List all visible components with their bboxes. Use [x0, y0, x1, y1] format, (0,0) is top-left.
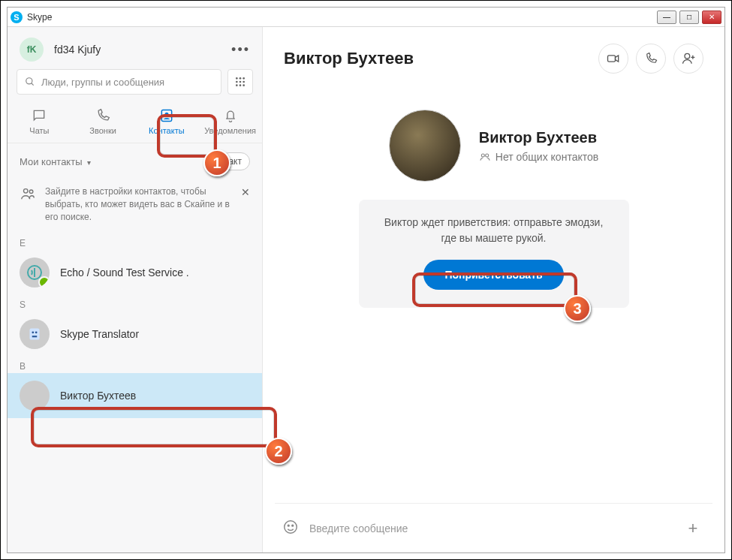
app-window: S Skype — □ ✕ fK fd34 Kjufy ••• Люди, гр…: [7, 7, 725, 553]
viktor-avatar: [20, 381, 50, 411]
tab-calls[interactable]: Звонки: [71, 102, 135, 143]
tab-chats[interactable]: Чаты: [8, 102, 71, 143]
dismiss-tip-button[interactable]: ✕: [241, 185, 250, 200]
svg-point-25: [288, 525, 289, 526]
svg-point-8: [236, 84, 238, 86]
search-icon: [25, 77, 35, 87]
current-user-avatar: fK: [20, 38, 44, 62]
svg-point-12: [164, 113, 168, 116]
svg-point-18: [35, 332, 38, 334]
mutual-contacts-label: Нет общих контактов: [479, 151, 598, 163]
titlebar: S Skype — □ ✕: [8, 8, 724, 27]
svg-point-24: [285, 520, 297, 533]
svg-point-2: [236, 77, 238, 80]
contact-viktor[interactable]: Виктор Бухтеев: [8, 373, 262, 418]
chevron-down-icon: ▾: [87, 158, 91, 167]
window-title: Skype: [27, 12, 52, 23]
svg-rect-19: [32, 336, 38, 338]
audio-call-button[interactable]: [636, 44, 666, 74]
message-input[interactable]: Введите сообщение: [309, 522, 670, 534]
section-header-v: В: [8, 357, 262, 373]
greet-button[interactable]: Поприветствовать: [423, 260, 563, 290]
bell-icon: [223, 108, 238, 123]
current-user-row[interactable]: fK fd34 Kjufy •••: [8, 27, 262, 69]
svg-point-3: [239, 77, 242, 80]
svg-point-13: [24, 189, 29, 194]
maximize-button[interactable]: □: [679, 11, 699, 24]
section-header-e: E: [8, 233, 262, 250]
translator-avatar: [20, 319, 50, 349]
video-call-button[interactable]: [598, 44, 628, 74]
phone-icon: [95, 108, 110, 123]
contact-translator[interactable]: Skype Translator: [8, 312, 262, 357]
svg-point-17: [32, 332, 34, 334]
svg-rect-20: [608, 56, 616, 62]
contact-name: Виктор Бухтеев: [479, 129, 598, 146]
emoji-button[interactable]: [282, 519, 299, 538]
video-icon: [606, 51, 621, 66]
tab-contacts[interactable]: Контакты: [135, 102, 199, 143]
phone-icon: [644, 52, 658, 65]
nav-tabs: Чаты Звонки Контакты Уведомления: [8, 102, 262, 143]
contacts-icon: [159, 108, 174, 123]
greeting-card: Виктор ждет приветствия: отправьте эмодз…: [359, 200, 629, 308]
message-composer: Введите сообщение +: [275, 503, 712, 552]
svg-point-4: [242, 77, 245, 80]
conversation-title: Виктор Бухтеев: [284, 49, 591, 68]
current-user-name: fd34 Kjufy: [54, 44, 231, 56]
emoji-icon: [282, 519, 299, 535]
svg-point-21: [685, 53, 690, 59]
contact-avatar-large[interactable]: [389, 110, 461, 182]
svg-point-10: [242, 84, 245, 86]
more-menu-button[interactable]: •••: [231, 42, 250, 58]
people-icon: [479, 151, 491, 163]
section-header-s: S: [8, 295, 262, 312]
add-attachment-button[interactable]: +: [681, 516, 705, 540]
greeting-text: Виктор ждет приветствия: отправьте эмодз…: [377, 215, 611, 246]
sidebar: fK fd34 Kjufy ••• Люди, группы и сообщен…: [8, 27, 263, 552]
skype-logo-icon: S: [11, 11, 23, 23]
conversation-pane: Виктор Бухтеев Виктор Бухт: [263, 27, 724, 552]
svg-rect-16: [30, 329, 40, 340]
svg-point-26: [292, 525, 294, 526]
svg-point-22: [481, 154, 484, 157]
contact-echo[interactable]: Echo / Sound Test Service .: [8, 250, 262, 295]
minimize-button[interactable]: —: [657, 11, 676, 24]
dialpad-icon: [234, 76, 246, 88]
privacy-tip: Зайдите в настройки контактов, чтобы выб…: [8, 179, 262, 233]
svg-line-1: [32, 83, 34, 86]
contact-profile-header: Виктор Бухтеев Нет общих контактов: [389, 110, 598, 182]
close-button[interactable]: ✕: [702, 11, 721, 24]
my-contacts-dropdown[interactable]: Мои контакты▾: [20, 156, 91, 167]
search-input[interactable]: Люди, группы и сообщения: [17, 69, 221, 95]
people-icon: [20, 185, 36, 202]
new-contact-button[interactable]: акт: [220, 152, 250, 170]
chat-icon: [32, 108, 47, 123]
svg-point-23: [485, 154, 488, 157]
dialpad-button[interactable]: [227, 69, 253, 95]
echo-avatar: [20, 257, 50, 288]
svg-point-9: [239, 84, 242, 86]
svg-point-7: [242, 81, 245, 83]
svg-point-6: [239, 81, 242, 83]
tab-notifications[interactable]: Уведомления: [198, 102, 262, 143]
svg-point-5: [236, 81, 238, 83]
search-placeholder: Люди, группы и сообщения: [41, 77, 164, 88]
svg-point-14: [29, 190, 33, 194]
add-people-button[interactable]: [673, 44, 703, 74]
add-person-icon: [681, 51, 696, 66]
svg-point-0: [26, 78, 32, 84]
